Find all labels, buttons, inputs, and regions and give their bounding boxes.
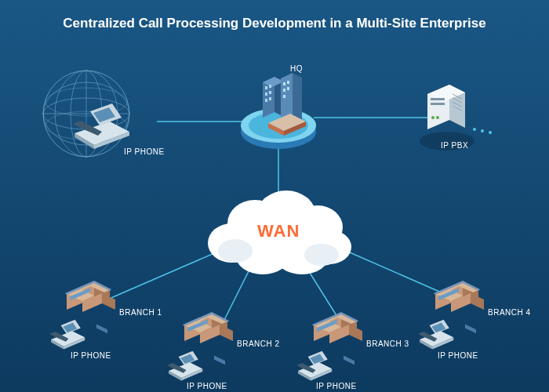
branch-4-phone-label: IP PHONE [438,351,478,360]
branches-layer [0,0,549,392]
branch-2-label: BRANCH 2 [237,339,280,348]
ip-pbx-label: IP PBX [441,141,468,150]
wan-label: WAN [257,221,300,241]
branch-4-label: BRANCH 4 [488,308,531,317]
hq-label: HQ [290,64,303,73]
ip-phone-globe-label: IP PHONE [124,147,165,156]
branch-1-phone-label: IP PHONE [71,351,111,360]
branch-1-label: BRANCH 1 [119,308,162,317]
branch-3-label: BRANCH 3 [366,339,409,348]
branch-1-phone-icon [49,320,85,350]
branch-2-phone-label: IP PHONE [187,382,227,390]
diagram-title: Centralized Call Processing Development … [0,16,549,31]
branch-3-phone-icon [296,351,332,381]
branch-3-phone-label: IP PHONE [316,382,357,390]
branch-2-phone-icon [167,351,202,381]
branch-4-phone-icon [418,320,453,350]
